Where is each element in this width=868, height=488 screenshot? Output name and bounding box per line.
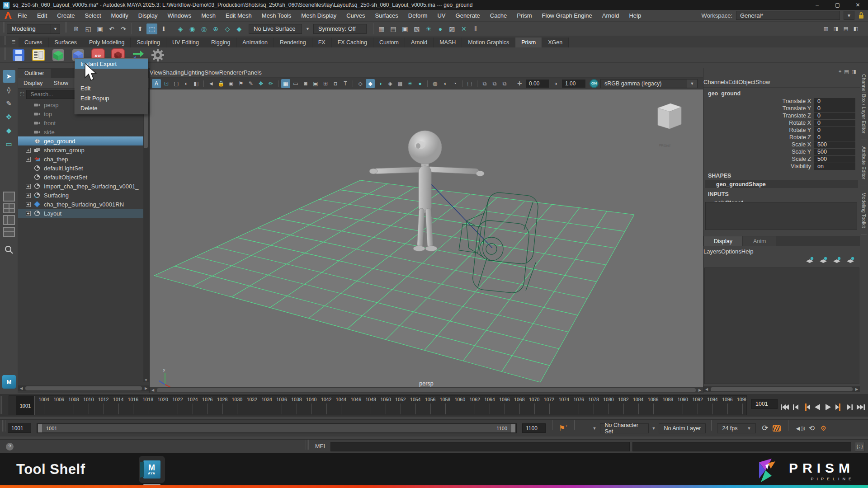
menu-cache[interactable]: Cache	[485, 10, 512, 22]
lighting-icon[interactable]: ☀	[406, 79, 415, 88]
grip-handle[interactable]	[3, 47, 6, 60]
rotate-tool[interactable]: ◆	[3, 124, 15, 137]
command-language-label[interactable]: MEL	[315, 443, 327, 450]
step-forward-key-button[interactable]	[834, 401, 844, 413]
expand-icon[interactable]: +	[26, 193, 31, 198]
attribute-value-field[interactable]: 0	[814, 134, 855, 141]
context-menu-item-delete[interactable]: Delete	[75, 103, 148, 113]
menu-set-dropdown[interactable]: Modeling ▼	[7, 24, 60, 34]
attribute-value-field[interactable]: 0	[814, 120, 855, 127]
ipr-render-icon[interactable]: ▤	[388, 23, 399, 34]
hypershade-icon[interactable]: ▧	[411, 23, 422, 34]
pin-icon[interactable]: ⌖	[839, 69, 841, 76]
outliner-item-cha_thep_Surfacing_v0001RN[interactable]: +cha_thep_Surfacing_v0001RN	[18, 200, 149, 209]
move-layer-up-icon[interactable]	[806, 257, 815, 264]
menu-prism[interactable]: Prism	[512, 10, 537, 22]
menu-create[interactable]: Create	[52, 10, 80, 22]
menu-display[interactable]: Display	[133, 10, 163, 22]
grip-handle[interactable]	[2, 22, 5, 33]
move-layer-down-icon[interactable]	[819, 257, 828, 264]
attribute-value-field[interactable]: 0	[814, 127, 855, 134]
mirror-icon[interactable]: ◧	[192, 79, 201, 88]
outliner-menu-display[interactable]: Display	[18, 80, 48, 86]
sidebar-tab-modeling-toolkit[interactable]: Modeling Toolkit	[861, 186, 867, 235]
auto-key-icon[interactable]: ⟲	[806, 423, 817, 434]
viewport-menu-show[interactable]: Show	[204, 69, 219, 76]
shelf-tab-animation[interactable]: Animation	[236, 38, 274, 47]
step-forward-frame-button[interactable]	[844, 401, 855, 413]
perspective-viewport[interactable]: ViewShadingLightingShowRendererPanels A⊡…	[150, 68, 703, 393]
layer-menu-options[interactable]: Options	[721, 248, 741, 255]
symmetry-icon[interactable]: ◐	[182, 79, 191, 88]
viewport-menu-shading[interactable]: Shading	[162, 69, 184, 76]
channelbox-menu-object[interactable]: Object	[738, 79, 755, 85]
menu-edit[interactable]: Edit	[32, 10, 52, 22]
outliner-item-cha_thep[interactable]: +cha_thep	[18, 155, 149, 164]
undo-icon[interactable]: ↶	[106, 23, 117, 34]
step-back-frame-button[interactable]	[790, 401, 801, 413]
grip-handle[interactable]	[306, 440, 309, 450]
shelf-tab-mash[interactable]: MASH	[434, 38, 462, 47]
paint-select-tool[interactable]: ✎	[3, 97, 15, 110]
lasso-tool[interactable]: ⟠	[3, 84, 15, 96]
shape-node-name[interactable]: geo_groundShape	[705, 180, 858, 188]
timeline-playhead[interactable]: 1001	[16, 396, 35, 415]
viewport-menu-renderer[interactable]: Renderer	[219, 69, 244, 76]
prism-settings-icon[interactable]	[150, 48, 165, 62]
script-editor-icon[interactable]: { ; }	[855, 442, 865, 451]
character-set-arrow[interactable]: ▼	[593, 426, 597, 431]
outliner-item-defaultLightSet[interactable]: defaultLightSet	[18, 164, 149, 173]
layer-tab-anim[interactable]: Anim	[743, 236, 776, 246]
playback-loop-icon[interactable]: ⟳	[760, 423, 770, 434]
gamma-icon[interactable]: ◑	[551, 79, 560, 88]
select-tool[interactable]: ➤	[3, 70, 15, 83]
menu-help[interactable]: Help	[624, 10, 646, 22]
shelf-tab-curves[interactable]: Curves	[19, 38, 49, 47]
menu-curves[interactable]: Curves	[341, 10, 370, 22]
move-tool[interactable]: ✥	[3, 111, 15, 123]
snap-grid-icon[interactable]: ◈	[175, 23, 186, 34]
outliner-item-shotcam_group[interactable]: +shotcam_group	[18, 145, 149, 155]
menu-file[interactable]: File	[13, 10, 32, 22]
channelbox-menu-channels[interactable]: Channels	[703, 79, 728, 85]
go-to-start-button[interactable]	[779, 401, 790, 413]
go-to-end-button[interactable]	[855, 401, 866, 413]
layout-two-pane-button[interactable]	[3, 215, 15, 225]
shelf-tab-xgen[interactable]: XGen	[542, 38, 569, 47]
filter-icon[interactable]: ⛶	[20, 91, 24, 98]
channelbox-menu-show[interactable]: Show	[755, 79, 770, 85]
layer-list-area[interactable]	[704, 267, 859, 384]
exposure-icon[interactable]: ✣	[515, 79, 524, 88]
attribute-value-field[interactable]: 500	[814, 156, 855, 163]
symmetry-dropdown-arrow[interactable]: ▼	[306, 27, 310, 31]
menu-generate[interactable]: Generate	[451, 10, 485, 22]
shelf-menu-icon[interactable]: ☰	[9, 37, 18, 47]
outliner-item-geo_ground[interactable]: geo_ground	[18, 136, 149, 145]
new-scene-icon[interactable]: 🗎	[71, 23, 82, 34]
layout-stacked-pane-button[interactable]	[3, 227, 15, 237]
look-dev-icon[interactable]: ●	[435, 23, 446, 34]
menu-deform[interactable]: Deform	[403, 10, 433, 22]
pause-viewport-icon[interactable]: ‖	[470, 23, 481, 34]
shelf-tab-fx-caching[interactable]: FX Caching	[332, 38, 373, 47]
menu-windows[interactable]: Windows	[162, 10, 196, 22]
context-menu-item-edit-popup[interactable]: Edit Popup	[75, 93, 148, 103]
select-component-icon[interactable]: ⬇	[158, 23, 169, 34]
title-bar[interactable]: M sq_250-sh_060_Layout_v0005.ma* - Autod…	[0, 0, 868, 10]
shelf-tab-sculpting[interactable]: Sculpting	[131, 38, 166, 47]
menu-select[interactable]: Select	[80, 10, 106, 22]
2d-pan-zoom-icon[interactable]: ✥	[256, 79, 265, 88]
outliner-item-Import_cha_thep_Surfacing_v0001_[interactable]: +Import_cha_thep_Surfacing_v0001_	[18, 182, 149, 191]
bookmark-add-icon[interactable]: ⚑+	[559, 424, 568, 432]
animation-end-field[interactable]: 1100	[522, 423, 546, 433]
render-icon[interactable]: ▦	[376, 23, 387, 34]
outliner-item-front[interactable]: front	[18, 118, 149, 127]
shelf-tab-uv-editing[interactable]: UV Editing	[166, 38, 205, 47]
select-highlight-icon[interactable]: A	[152, 79, 161, 88]
render-settings-icon[interactable]: ▣	[400, 23, 410, 34]
current-frame-field[interactable]: 1001	[751, 399, 778, 409]
shelf-tab-custom[interactable]: Custom	[373, 38, 405, 47]
command-input-field[interactable]	[330, 442, 630, 451]
shelf-tab-motion-graphics[interactable]: Motion Graphics	[462, 38, 515, 47]
swap-panel-icon[interactable]: ⧉	[480, 79, 489, 88]
